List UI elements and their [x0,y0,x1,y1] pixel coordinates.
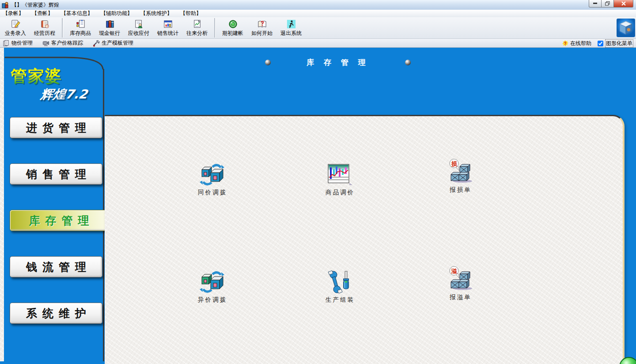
brand-version-text: 辉煌7.2 [39,86,88,103]
menu-record[interactable]: 【录帐】 [0,10,26,17]
toolbar-initial-account[interactable]: 期初建帐 [218,18,247,38]
sidebar-item-cashflow[interactable]: 钱流管理 [10,256,102,277]
toolbar-exit-system[interactable]: 退出系统 [276,18,306,38]
toolbar-label: 退出系统 [280,30,302,37]
menu-help[interactable]: 【帮助】 [178,10,204,17]
receivable-payable-icon [134,19,144,29]
main-panel: 同价调拨 商品调价 [105,115,625,364]
menu-aux-functions[interactable]: 【辅助功能】 [98,10,135,17]
toolbar-label: 应收应付 [128,30,149,37]
price-management-icon [3,40,10,47]
window-edge-strip [0,48,4,361]
shortcut-diff-price-transfer[interactable]: 异价调拨 [182,268,243,304]
toolbar-how-to-start[interactable]: 如何开始 [247,18,276,38]
price-management-button[interactable]: 物价管理 [3,39,33,47]
shortcut-label: 报损单 [430,186,492,194]
sales-statistics-icon [163,19,173,29]
shortcut-label: 商品调价 [309,189,371,197]
shortcut-label: 异价调拨 [182,296,243,304]
overflow-report-icon: 溢 [430,265,492,291]
toolbar-label: 销售统计 [157,30,178,37]
online-help-label: 在线帮助 [570,40,591,47]
client-area: 管家婆 辉煌7.2 进货管理 销售管理 库存管理 钱流管理 系统维护 库 存 管… [0,48,636,364]
same-price-transfer-icon [182,160,243,186]
restore-button[interactable] [601,0,614,8]
shortcut-label: 同价调拨 [182,189,243,197]
shortcut-label: 报溢单 [430,293,492,301]
window-controls [589,0,633,8]
app-icon [2,1,9,8]
toolbar-transaction-analysis[interactable]: 往来分析 [182,18,212,38]
toolbar-label: 库存商品 [70,30,91,37]
toolbar-separator [62,18,63,38]
shortcut-label: 生产组装 [309,296,371,304]
customer-price-tracking-icon [42,40,49,47]
brand-logo-text: 管家婆 [11,65,62,87]
toolbar-business-history[interactable]: 经营历程 [30,18,59,38]
goods-price-adjust-icon [309,160,371,186]
toolbar-label: 往来分析 [186,30,208,37]
toolbar-business-entry[interactable]: 业务录入 [1,18,30,38]
toolbar-label: 期初建帐 [222,30,243,37]
loss-badge-char: 损 [451,160,458,167]
section-header: 库 存 管 理 [265,57,411,68]
toolbar-receivable-payable[interactable]: 应收应付 [124,18,153,38]
diff-price-transfer-icon [182,268,243,293]
graphical-menu-toggle[interactable]: 图形化菜单 [598,39,633,48]
sub-toolbar-label: 客户价格跟踪 [51,39,83,47]
toolbar-label: 如何开始 [251,30,273,37]
shortcut-production-assembly[interactable]: 生产组装 [309,268,371,304]
graphical-menu-checkbox[interactable] [598,41,603,46]
business-history-icon [40,19,50,29]
help-icon [562,40,568,47]
titlebar: 【】《管家婆》辉煌 [0,0,636,10]
menu-basic-info[interactable]: 【基本信息】 [58,10,95,17]
graphical-menu-label: 图形化菜单 [605,39,633,48]
sphere-icon [405,60,411,65]
window-title: 【】《管家婆》辉煌 [11,1,59,9]
brand-cube-logo [617,19,635,37]
transaction-analysis-icon [192,19,202,29]
minimize-button[interactable] [589,0,602,8]
toolbar-label: 现金银行 [99,30,120,37]
toolbar-separator [214,18,216,38]
how-to-start-icon [257,19,267,29]
sphere-icon [265,60,271,65]
toolbar: 业务录入 经营历程 库存商品 现金银行 应收应付 销售统计 往来分析 期初建帐 … [0,17,636,39]
production-template-button[interactable]: 生产模板管理 [93,39,133,47]
toolbar-inventory-goods[interactable]: 库存商品 [66,18,95,38]
production-assembly-icon [309,268,371,293]
inventory-goods-icon [76,19,86,29]
production-template-icon [93,40,100,47]
page-title: 库 存 管 理 [307,57,369,68]
cash-bank-icon [105,19,115,29]
shortcut-goods-price-adjust[interactable]: 商品调价 [309,160,371,197]
online-help-button[interactable]: 在线帮助 [562,40,591,47]
initial-account-icon [228,19,238,29]
sub-toolbar-label: 物价管理 [11,39,33,47]
overflow-badge-char: 溢 [451,268,458,274]
sidebar-item-inventory[interactable]: 库存管理 [10,210,108,231]
toolbar-cash-bank[interactable]: 现金银行 [95,18,124,38]
shortcut-overflow-report[interactable]: 溢 报溢单 [430,265,492,301]
customer-price-tracking-button[interactable]: 客户价格跟踪 [42,39,83,47]
sidebar-item-purchase[interactable]: 进货管理 [10,117,102,138]
toolbar-label: 业务录入 [5,30,26,37]
sidebar-item-sales[interactable]: 销售管理 [10,163,102,185]
exit-system-icon [286,19,296,29]
menubar: 【录帐】 【查帐】 【基本信息】 【辅助功能】 【系统维护】 【帮助】 [0,10,636,18]
menu-check[interactable]: 【查帐】 [29,10,56,17]
shortcut-loss-report[interactable]: 损 报损单 [430,158,492,194]
sidebar-item-system[interactable]: 系统维护 [10,303,102,324]
close-button[interactable] [613,0,633,8]
business-entry-icon [11,19,21,29]
toolbar-sales-statistics[interactable]: 销售统计 [153,18,182,38]
sub-toolbar-label: 生产模板管理 [102,39,133,47]
loss-report-icon: 损 [430,158,492,183]
toolbar-label: 经营历程 [34,30,55,37]
sub-toolbar: 物价管理 客户价格跟踪 生产模板管理 在线帮助 图形化菜单 [0,39,636,48]
shortcut-same-price-transfer[interactable]: 同价调拨 [182,160,243,197]
menu-system-maintenance[interactable]: 【系统维护】 [138,10,175,17]
